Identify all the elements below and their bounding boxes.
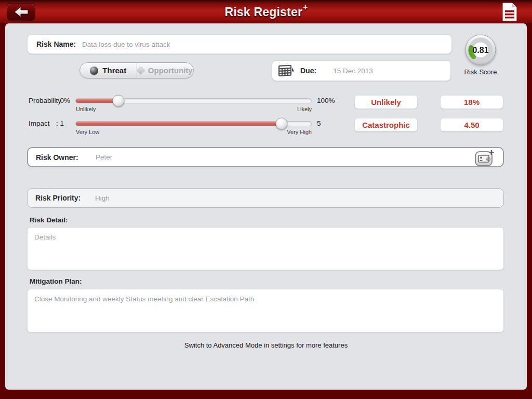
impact-slider-thumb[interactable] xyxy=(276,118,288,130)
add-contact-button[interactable]: @ xyxy=(474,150,495,167)
risk-priority-label: Risk Priority: xyxy=(35,194,95,202)
impact-value-badge: 4.50 xyxy=(441,118,503,131)
svg-text:@: @ xyxy=(486,156,491,162)
impact-high-caption: Very High xyxy=(260,129,312,135)
impact-label: Impact xyxy=(29,119,50,127)
impact-prefix: : 1 xyxy=(56,119,64,127)
toggle-opportunity[interactable]: Opportunity xyxy=(137,63,194,78)
probability-slider-thumb[interactable] xyxy=(112,95,124,107)
risk-name-label: Risk Name: xyxy=(36,40,81,48)
risk-score-gauge: 0.81 xyxy=(463,34,498,66)
risk-name-field[interactable]: Risk Name: Data loss due to virus attack xyxy=(27,34,452,54)
risk-owner-label: Risk Owner: xyxy=(36,153,96,162)
document-list-button[interactable] xyxy=(501,2,518,22)
advanced-mode-note: Switch to Advanced Mode in settings for … xyxy=(5,341,527,349)
page-title: Risk Register+ xyxy=(0,4,532,19)
risk-owner-field[interactable]: Risk Owner: Peter @ xyxy=(27,147,504,167)
toggle-threat[interactable]: Threat xyxy=(80,63,137,78)
risk-score-value: 0.81 xyxy=(472,46,488,55)
risk-detail-label: Risk Detail: xyxy=(30,216,68,224)
probability-value-badge: 18% xyxy=(441,96,503,109)
due-value: 15 Dec 2013 xyxy=(333,67,373,75)
due-date-field[interactable]: Due: 15 Dec 2013 xyxy=(272,60,451,81)
probability-slider[interactable] xyxy=(75,98,312,103)
mitigation-plan-textarea[interactable]: Close Monitoring and weekly Status meeti… xyxy=(27,289,504,332)
toggle-threat-label: Threat xyxy=(102,66,126,75)
risk-priority-value: High xyxy=(95,194,110,202)
mitigation-plan-label: Mitigation Plan: xyxy=(30,277,82,285)
nav-bar: Risk Register+ xyxy=(0,0,532,23)
due-label: Due: xyxy=(300,66,316,75)
probability-suffix: 100% xyxy=(317,97,335,104)
risk-owner-value: Peter xyxy=(96,153,112,161)
risk-priority-field[interactable]: Risk Priority: High xyxy=(27,188,504,208)
risk-detail-textarea[interactable] xyxy=(27,227,504,270)
impact-slider[interactable] xyxy=(75,121,312,126)
impact-rating-badge: Catastrophic xyxy=(355,118,417,131)
toggle-opportunity-label: Opportunity xyxy=(148,66,193,75)
probability-high-caption: Likely xyxy=(260,106,312,112)
impact-low-caption: Very Low xyxy=(76,129,99,135)
risk-type-toggle: Threat Opportunity xyxy=(79,62,194,78)
calendar-icon xyxy=(278,63,296,78)
document-icon xyxy=(501,2,518,22)
title-plus: + xyxy=(303,3,308,11)
probability-low-caption: Unlikely xyxy=(76,106,96,112)
risk-score-caption: Risk Score xyxy=(458,68,503,76)
risk-name-value: Data loss due to virus attack xyxy=(82,41,170,48)
content-panel: Risk Name: Data loss due to virus attack… xyxy=(5,23,527,390)
threat-sphere-icon xyxy=(90,66,98,75)
probability-rating-badge: Unlikely xyxy=(355,96,417,109)
impact-slider-fill xyxy=(76,122,282,126)
impact-suffix: 5 xyxy=(317,119,321,127)
probability-prefix: : 0% xyxy=(56,97,70,104)
opportunity-diamond-icon xyxy=(136,66,145,75)
